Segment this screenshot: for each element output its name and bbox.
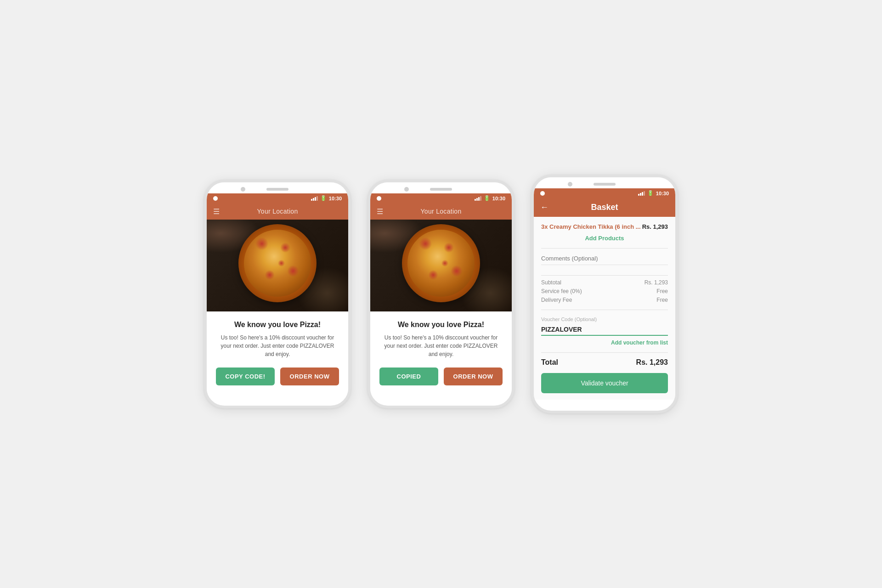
battery-icon-1: 🔋	[320, 195, 327, 201]
status-left-3	[540, 191, 545, 196]
pizza-image-1	[207, 220, 348, 311]
phone-top-bar-1	[207, 182, 348, 193]
validate-voucher-button[interactable]: Validate voucher	[541, 373, 668, 393]
menu-icon-1[interactable]: ☰	[213, 207, 220, 216]
status-right-2: 🔋 10:30	[475, 195, 505, 201]
phone-camera-1	[241, 187, 245, 192]
service-fee-label: Service fee (0%)	[541, 288, 582, 294]
subtotal-row: Subtotal Rs. 1,293	[541, 279, 668, 286]
item-qty: 3x	[541, 223, 548, 230]
item-name-label: Creamy Chicken Tikka (6 inch ...	[549, 223, 640, 230]
header-title-1: Your Location	[257, 208, 298, 215]
basket-item-row: 3x Creamy Chicken Tikka (6 inch ... Rs. …	[541, 223, 668, 230]
order-now-button-2[interactable]: ORDER NOW	[444, 368, 503, 385]
status-dot-2	[377, 196, 381, 201]
delivery-fee-label: Delivery Fee	[541, 297, 572, 303]
promo-buttons-1: COPY CODE! ORDER NOW	[216, 368, 339, 385]
signal-bars-1	[311, 196, 318, 201]
promo-title-2: We know you love Pizza!	[379, 321, 503, 329]
signal-bars-3	[638, 191, 645, 196]
order-now-button-1[interactable]: ORDER NOW	[280, 368, 339, 385]
scene: 🔋 10:30 ☰ Your Location We know you love…	[186, 156, 696, 432]
copy-code-button-1[interactable]: COPY CODE!	[216, 368, 275, 385]
header-title-2: Your Location	[420, 208, 461, 215]
phone-speaker-3	[594, 183, 616, 186]
phone-side-left-2	[368, 228, 368, 260]
pizza-visual-2	[402, 224, 480, 302]
side-btn-vol-up-1	[204, 228, 204, 241]
time-1: 10:30	[329, 196, 342, 201]
phone-top-bar-3	[534, 177, 675, 188]
status-dot-1	[213, 196, 218, 201]
phone-speaker-1	[266, 188, 288, 191]
phone-side-left-1	[204, 228, 204, 260]
phone-3: 🔋 10:30 ← Basket 3x Creamy Chicken Tikka…	[531, 175, 678, 413]
pizza-visual-1	[238, 224, 317, 302]
promo-title-1: We know you love Pizza!	[216, 321, 339, 329]
side-btn-power-3	[678, 232, 678, 254]
phone-camera-3	[568, 182, 572, 187]
pizza-image-2	[370, 220, 512, 311]
service-fee-value: Free	[656, 288, 668, 294]
side-btn-vol-up-3	[531, 223, 531, 236]
back-icon[interactable]: ←	[540, 203, 548, 212]
phone-speaker-2	[430, 188, 452, 191]
phone-2: 🔋 10:30 ☰ Your Location We know you love…	[368, 180, 514, 408]
phone-1: 🔋 10:30 ☰ Your Location We know you love…	[204, 180, 351, 408]
side-btn-vol-down-2	[368, 247, 368, 260]
delivery-fee-row: Delivery Fee Free	[541, 297, 668, 303]
add-voucher-link[interactable]: Add voucher from list	[541, 339, 668, 346]
status-dot-3	[540, 191, 545, 196]
delivery-fee-value: Free	[656, 297, 668, 303]
status-left-1	[213, 196, 218, 201]
phone-camera-2	[404, 187, 409, 192]
time-2: 10:30	[492, 196, 505, 201]
battery-icon-3: 🔋	[647, 190, 654, 196]
voucher-section: Voucher Code (Optional) Add voucher from…	[541, 310, 668, 346]
promo-card-1: We know you love Pizza! Us too! So here'…	[207, 311, 348, 395]
basket-item-name: 3x Creamy Chicken Tikka (6 inch ...	[541, 223, 642, 230]
phone-side-right-1	[351, 237, 351, 260]
status-right-1: 🔋 10:30	[311, 195, 342, 201]
time-3: 10:30	[656, 191, 669, 196]
phone-side-right-3	[678, 232, 678, 254]
promo-desc-2: Us too! So here's a 10% disccount vouche…	[379, 334, 503, 358]
total-row: Total Rs. 1,293	[541, 352, 668, 367]
voucher-input-container	[541, 324, 668, 336]
promo-desc-1: Us too! So here's a 10% disccount vouche…	[216, 334, 339, 358]
phone-side-right-2	[514, 237, 514, 260]
copied-button-2[interactable]: COPIED	[379, 368, 438, 385]
service-fee-row: Service fee (0%) Free	[541, 288, 668, 294]
status-right-3: 🔋 10:30	[638, 190, 669, 196]
status-bar-1: 🔋 10:30	[207, 193, 348, 203]
signal-bars-2	[475, 196, 481, 201]
subtotal-value: Rs. 1,293	[645, 279, 668, 286]
side-btn-vol-down-3	[531, 242, 531, 254]
side-btn-vol-down-1	[204, 247, 204, 260]
promo-buttons-2: COPIED ORDER NOW	[379, 368, 503, 385]
voucher-code-label: Voucher Code (Optional)	[541, 317, 668, 322]
total-value: Rs. 1,293	[636, 358, 668, 367]
side-btn-power-2	[514, 237, 514, 260]
promo-card-2: We know you love Pizza! Us too! So here'…	[370, 311, 512, 395]
status-bar-2: 🔋 10:30	[370, 193, 512, 203]
divider-1	[541, 248, 668, 249]
basket-header: ← Basket	[534, 198, 675, 217]
add-products-link[interactable]: Add Products	[541, 235, 668, 242]
battery-icon-2: 🔋	[484, 195, 490, 201]
menu-icon-2[interactable]: ☰	[377, 207, 383, 216]
phone-side-left-3	[531, 223, 531, 254]
status-bar-3: 🔋 10:30	[534, 188, 675, 198]
voucher-input[interactable]	[541, 324, 668, 336]
divider-2	[541, 275, 668, 276]
phone-top-bar-2	[370, 182, 512, 193]
comments-input[interactable]	[541, 252, 668, 265]
app-header-2: ☰ Your Location	[370, 203, 512, 220]
basket-header-title: Basket	[591, 203, 618, 212]
side-btn-power-1	[351, 237, 351, 260]
status-left-2	[377, 196, 381, 201]
app-header-1: ☰ Your Location	[207, 203, 348, 220]
basket-content: 3x Creamy Chicken Tikka (6 inch ... Rs. …	[534, 217, 675, 400]
basket-item-price: Rs. 1,293	[642, 223, 668, 230]
total-label: Total	[541, 358, 558, 367]
